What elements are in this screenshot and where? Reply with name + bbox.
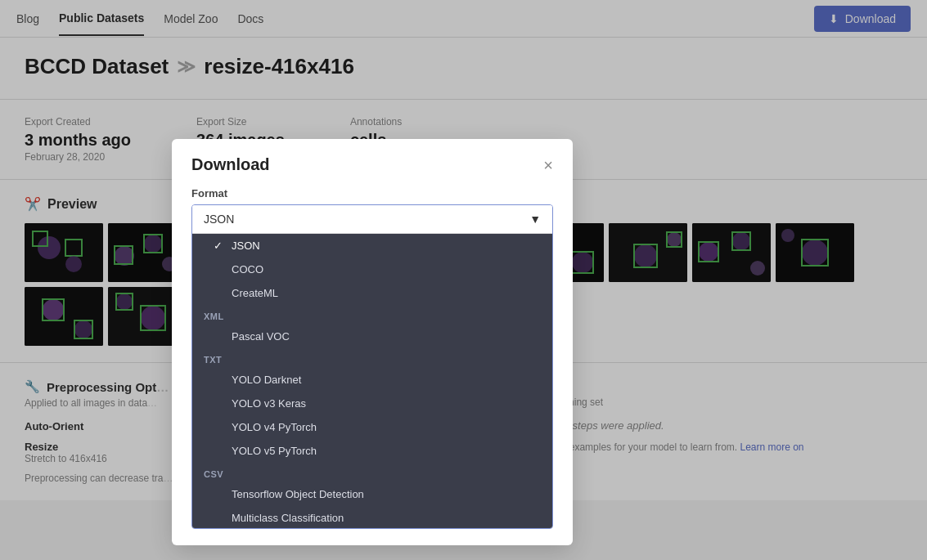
dropdown-item-json[interactable]: ✓ JSON	[192, 234, 552, 258]
dropdown-item-yolo-v3-keras[interactable]: YOLO v3 Keras	[192, 392, 552, 415]
dropdown-group-xml: XML	[192, 305, 552, 325]
modal-close-button[interactable]: ×	[543, 157, 553, 173]
dropdown-item-multiclass[interactable]: Multiclass Classification	[192, 506, 552, 528]
chevron-down-icon: ▼	[529, 213, 541, 226]
dropdown-item-coco[interactable]: COCO	[192, 258, 552, 281]
dropdown-list: ✓ JSON COCO CreateML XML P	[192, 234, 552, 528]
modal-title: Download	[191, 155, 270, 174]
format-label: Format	[191, 187, 553, 199]
dropdown-item-yolo-v5-pytorch[interactable]: YOLO v5 PyTorch	[192, 439, 552, 463]
download-modal: Download × Format JSON ▼ ✓ JSON	[172, 139, 573, 545]
dropdown-item-yolo-v4-pytorch[interactable]: YOLO v4 PyTorch	[192, 415, 552, 439]
modal-header: Download ×	[172, 139, 573, 187]
dropdown-item-tensorflow-od[interactable]: Tensorflow Object Detection	[192, 482, 552, 506]
dropdown-item-createml[interactable]: CreateML	[192, 281, 552, 305]
dropdown-selected-value[interactable]: JSON ▼	[192, 205, 552, 234]
dropdown-group-txt: TXT	[192, 348, 552, 368]
check-icon: ✓	[214, 240, 225, 252]
modal-overlay[interactable]: Download × Format JSON ▼ ✓ JSON	[0, 0, 927, 560]
dropdown-item-yolo-darknet[interactable]: YOLO Darknet	[192, 368, 552, 392]
format-dropdown[interactable]: JSON ▼ ✓ JSON COCO CreateML	[191, 204, 553, 529]
modal-body: Format JSON ▼ ✓ JSON COCO	[172, 187, 573, 545]
dropdown-item-pascal-voc[interactable]: Pascal VOC	[192, 325, 552, 348]
dropdown-group-csv: CSV	[192, 463, 552, 482]
